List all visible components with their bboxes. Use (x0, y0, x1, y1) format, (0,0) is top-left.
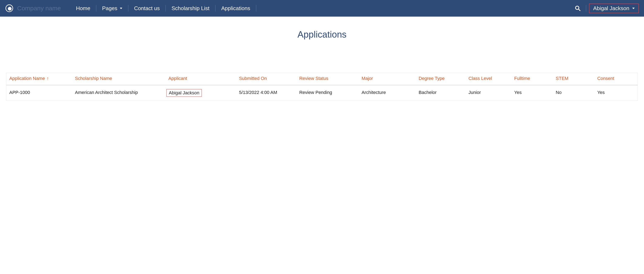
cell-fulltime: Yes (512, 85, 554, 101)
nav-divider (586, 5, 586, 11)
nav-contact[interactable]: Contact us (128, 5, 166, 11)
cell-review-status: Review Pending (297, 85, 360, 101)
chevron-down-icon (632, 8, 635, 9)
cell-class-level: Junior (466, 85, 512, 101)
user-name-label: Abigal Jackson (593, 5, 629, 11)
nav-links: Home Pages Contact us Scholarship List A… (70, 5, 570, 11)
nav-pages-dropdown[interactable]: Pages (96, 5, 128, 11)
applicant-highlight: Abigal Jackson (166, 89, 202, 97)
col-header-consent[interactable]: Consent (595, 73, 638, 85)
sort-ascending-icon: ↑ (47, 76, 49, 81)
nav-home[interactable]: Home (70, 5, 96, 11)
company-name: Company name (17, 5, 61, 12)
svg-line-3 (578, 9, 580, 11)
nav-applications[interactable]: Applications (216, 5, 256, 11)
page-title: Applications (6, 29, 638, 40)
col-header-review-status[interactable]: Review Status (297, 73, 360, 85)
cell-application-name: APP-1000 (6, 85, 73, 101)
col-header-application-name[interactable]: Application Name ↑ (6, 73, 73, 85)
col-header-stem[interactable]: STEM (554, 73, 595, 85)
cell-degree-type: Bachelor (416, 85, 466, 101)
col-header-scholarship-name[interactable]: Scholarship Name (73, 73, 166, 85)
col-header-applicant[interactable]: Applicant (166, 73, 237, 85)
col-header-class-level[interactable]: Class Level (466, 73, 512, 85)
cell-submitted-on: 5/13/2022 4:00 AM (237, 85, 297, 101)
svg-point-1 (8, 7, 12, 10)
applications-table: Application Name ↑ Scholarship Name Appl… (6, 73, 638, 101)
logo-icon (5, 4, 14, 12)
col-header-submitted-on[interactable]: Submitted On (237, 73, 297, 85)
cell-stem: No (554, 85, 595, 101)
page-content: Applications Application Name ↑ Scholars… (0, 17, 644, 113)
nav-pages-label: Pages (102, 5, 117, 11)
table-header-row: Application Name ↑ Scholarship Name Appl… (6, 73, 638, 85)
brand-area: Company name (5, 4, 61, 12)
user-menu-dropdown[interactable]: Abigal Jackson (589, 3, 639, 13)
header-label: Application Name (9, 76, 45, 81)
table-row[interactable]: APP-1000 American Architect Scholarship … (6, 85, 638, 101)
nav-scholarship-list[interactable]: Scholarship List (166, 5, 215, 11)
col-header-fulltime[interactable]: Fulltime (512, 73, 554, 85)
search-icon (575, 5, 580, 11)
top-navbar: Company name Home Pages Contact us Schol… (0, 0, 644, 17)
cell-scholarship-name: American Architect Scholarship (73, 85, 166, 101)
cell-applicant: Abigal Jackson (166, 85, 237, 101)
cell-major: Architecture (360, 85, 416, 101)
chevron-down-icon (120, 8, 122, 9)
nav-divider (256, 5, 256, 11)
search-button[interactable] (570, 5, 586, 11)
col-header-degree-type[interactable]: Degree Type (416, 73, 466, 85)
nav-right: Abigal Jackson (570, 3, 639, 13)
col-header-major[interactable]: Major (360, 73, 416, 85)
applications-table-wrap: Application Name ↑ Scholarship Name Appl… (6, 73, 638, 101)
cell-consent: Yes (595, 85, 638, 101)
